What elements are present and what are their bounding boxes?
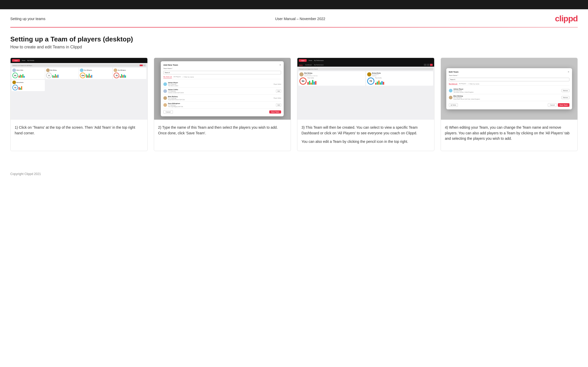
player-added-badge: Player Added [274, 83, 281, 85]
modal2-tabs: My Team (2) All Players ✓ Filter by name [163, 76, 281, 79]
card-2-text: 2) Type the name of this Team and then s… [154, 120, 291, 151]
modal2-player-row: Dave Billingham 3.5 HandicapThe Gog Mago… [163, 102, 281, 109]
player-club: 1.5 HandicapCentral London Golf Centre [168, 90, 184, 93]
modal2-team-name-label: Team Name * [163, 68, 281, 69]
modal2-tab-filter[interactable]: ✓ Filter by name [182, 76, 194, 78]
card-1-text: 1) Click on 'Teams' at the top of the sc… [11, 120, 147, 151]
trash-icon: 🗑 [451, 104, 452, 106]
player-avatar [163, 96, 167, 100]
clippd-logo: clippd [555, 14, 578, 23]
modal4-team-name-input[interactable] [449, 78, 569, 81]
modal2-player-row: Adrian Player Plus HandicapThe Shire Lon… [163, 81, 281, 88]
modal4-team-name-label: Team Name * [449, 75, 569, 76]
card-4-step-text: 4) When editing your Team, you can chang… [445, 125, 570, 141]
modal2-player-list: Adrian Player Plus HandicapThe Shire Lon… [163, 81, 281, 109]
modal4-delete-button[interactable]: 🗑 Delete [449, 103, 458, 107]
card-2-step-text: 2) Type the name of this Team and then s… [158, 125, 278, 135]
modal2-player-info: Dave Billingham 3.5 HandicapThe Gog Mago… [163, 103, 183, 107]
modal2-cancel-button[interactable]: Cancel [163, 110, 173, 114]
modal4-tab-allplayers[interactable]: All Players [459, 83, 466, 85]
modal2-header: Add New Team ✕ [163, 64, 281, 66]
modal4-tab-filter[interactable]: ✓ Filter by name [468, 83, 479, 85]
modal4-footer: 🗑 Delete Cancel Save Team [449, 103, 569, 107]
modal4-player-row: Adrian Player Plus Handicap The Shire Lo… [449, 87, 569, 94]
card-1-screenshot: clippd Home My Portfolio Viewing 5 out o… [11, 58, 147, 120]
modal2-tab-myteam[interactable]: My Team (2) [163, 76, 172, 78]
header-left-text: Setting up your teams [10, 17, 45, 21]
player-club: 3.5 HandicapThe Gog Magog Golf Club [168, 104, 183, 107]
modal4-player-info: Adrian Player Plus Handicap The Shire Lo… [449, 88, 474, 93]
player-details: Adrian Player Plus Handicap The Shire Lo… [453, 88, 474, 93]
page-content: Setting up a Team of players (desktop) H… [0, 28, 588, 167]
card-1-step-text: 1) Click on 'Teams' at the top of the sc… [15, 125, 135, 135]
player-avatar [163, 82, 167, 86]
card-3-step-text-part1: 3) This Team will then be created. You c… [301, 125, 430, 136]
modal4-tabs: My Team (2) All Players ✓ Filter by name [449, 83, 569, 86]
player-avatar [449, 96, 452, 99]
modal2-team-name-input[interactable] [163, 71, 281, 74]
player-details: Blair McHarg Plus HandicapRoyal North De… [168, 96, 184, 100]
player-details: Dave Billingham 3.5 HandicapThe Gog Mago… [168, 103, 183, 107]
modal2-save-button[interactable]: Save Team [269, 110, 281, 113]
player-club: Plus HandicapRoyal North Devon Golf Club [168, 97, 184, 100]
add-new-team-modal: Add New Team ✕ Team Name * My Team (2) A… [161, 61, 284, 116]
card-3-screenshot: clippd Home My Performance Teams Dashboa… [297, 58, 434, 120]
modal2-player-info: Adrian Player Plus HandicapThe Shire Lon… [163, 82, 178, 86]
edit-team-modal: Edit Team ✕ Team Name * My Team (2) All … [446, 68, 572, 109]
card-3-text: 3) This Team will then be created. You c… [297, 120, 434, 151]
card-1: clippd Home My Portfolio Viewing 5 out o… [10, 58, 148, 151]
modal2-player-info: Adrian Coliba 1.5 HandicapCentral London… [163, 89, 184, 93]
player-remove-button[interactable]: Remove [561, 89, 569, 92]
player-location: The Shire London, United Kingdom [453, 91, 474, 93]
player-location: Royal North Devon Golf Club, United King… [453, 98, 480, 100]
modal2-tab-allplayers[interactable]: All Players [173, 76, 181, 78]
modal4-player-info: Blair McHarg Plus Handicap Royal North D… [449, 95, 480, 100]
modal2-player-row: Adrian Coliba 1.5 HandicapCentral London… [163, 88, 281, 95]
modal2-close-icon[interactable]: ✕ [279, 64, 281, 66]
modal2-title: Add New Team [163, 64, 178, 66]
player-avatar [449, 89, 452, 92]
modal4-title: Edit Team [449, 71, 459, 73]
modal4-cancel-button[interactable]: Cancel [548, 103, 557, 107]
player-club: Plus HandicapThe Shire London [168, 83, 178, 86]
card-4-screenshot: Edit Team ✕ Team Name * My Team (2) All … [441, 58, 578, 120]
card-4: Edit Team ✕ Team Name * My Team (2) All … [441, 58, 578, 151]
modal2-footer: Cancel Save Team [163, 110, 281, 114]
modal4-save-button[interactable]: Save Team [558, 103, 569, 107]
modal4-header: Edit Team ✕ [449, 71, 569, 73]
player-details: Adrian Player Plus HandicapThe Shire Lon… [168, 82, 178, 86]
card-4-text: 4) When editing your Team, you can chang… [441, 120, 578, 151]
player-details: Adrian Coliba 1.5 HandicapCentral London… [168, 89, 184, 93]
player-avatar [163, 103, 167, 107]
card-2: Add New Team ✕ Team Name * My Team (2) A… [154, 58, 291, 151]
modal4-tab-myteam[interactable]: My Team (2) [449, 83, 457, 85]
header: Setting up your teams User Manual – Nove… [0, 9, 588, 27]
modal2-player-info: Blair McHarg Plus HandicapRoyal North De… [163, 96, 184, 100]
card-4-bg: Edit Team ✕ Team Name * My Team (2) All … [441, 58, 578, 120]
player-add-button[interactable]: Add [276, 103, 281, 107]
modal4-player-row: Blair McHarg Plus Handicap Royal North D… [449, 94, 569, 101]
player-added-badge: Player Added [274, 97, 281, 99]
modal4-close-icon[interactable]: ✕ [568, 71, 569, 73]
page-footer: Copyright Clippd 2021 [0, 169, 588, 179]
player-details: Blair McHarg Plus Handicap Royal North D… [453, 95, 480, 100]
cards-grid: clippd Home My Portfolio Viewing 5 out o… [10, 58, 578, 151]
player-add-button[interactable]: Add [276, 90, 281, 93]
card-3-step-text-part2: You can also edit a Team by clicking the… [301, 139, 430, 145]
card-2-bg: Add New Team ✕ Team Name * My Team (2) A… [154, 58, 291, 120]
header-center-text: User Manual – November 2022 [275, 17, 325, 21]
page-subtitle: How to create and edit Teams in Clippd [10, 45, 578, 49]
modal4-action-buttons: Cancel Save Team [548, 103, 569, 107]
card-2-screenshot: Add New Team ✕ Team Name * My Team (2) A… [154, 58, 291, 120]
top-bar [0, 0, 588, 9]
card-3: clippd Home My Performance Teams Dashboa… [297, 58, 434, 151]
copyright-text: Copyright Clippd 2021 [10, 172, 41, 176]
page-title: Setting up a Team of players (desktop) [10, 35, 578, 43]
player-avatar [163, 89, 167, 93]
modal2-player-row: Blair McHarg Plus HandicapRoyal North De… [163, 95, 281, 102]
player-remove-button[interactable]: Remove [561, 96, 569, 99]
